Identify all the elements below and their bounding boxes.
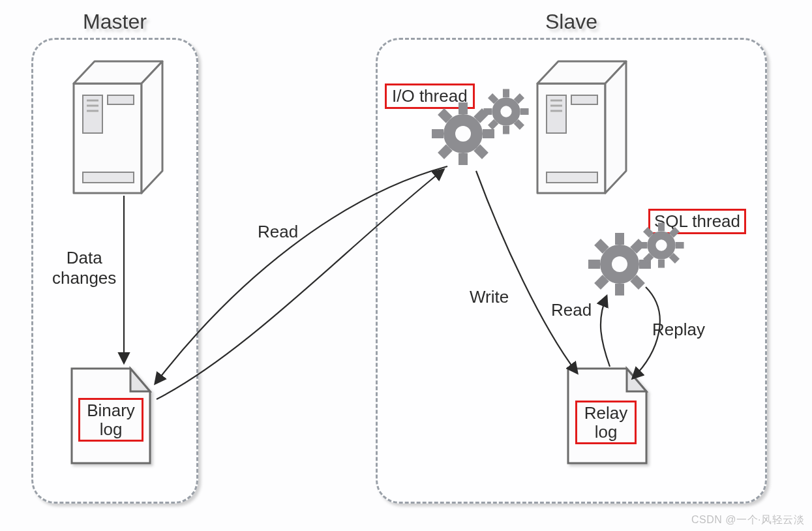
svg-rect-39 bbox=[615, 233, 624, 245]
svg-point-37 bbox=[500, 106, 511, 117]
master-title: Master bbox=[83, 10, 147, 34]
svg-rect-19 bbox=[459, 102, 468, 114]
io-gear-small-icon bbox=[483, 88, 530, 135]
svg-rect-30 bbox=[503, 126, 509, 134]
svg-point-47 bbox=[612, 256, 627, 272]
svg-rect-50 bbox=[658, 260, 665, 268]
svg-rect-49 bbox=[658, 222, 665, 231]
slave-server-icon bbox=[532, 57, 630, 194]
svg-point-57 bbox=[655, 239, 667, 250]
svg-rect-31 bbox=[520, 108, 529, 115]
svg-rect-8 bbox=[83, 172, 134, 183]
write-label: Write bbox=[470, 287, 509, 307]
svg-rect-20 bbox=[459, 153, 468, 165]
svg-rect-40 bbox=[615, 284, 624, 296]
watermark-text: CSDN @一个·风轻云淡 bbox=[691, 513, 804, 527]
svg-rect-17 bbox=[547, 172, 597, 183]
replay-label: Replay bbox=[652, 320, 705, 340]
svg-rect-7 bbox=[108, 95, 134, 104]
svg-rect-51 bbox=[676, 242, 684, 249]
svg-rect-52 bbox=[639, 242, 647, 249]
binary-log-label: Binary log bbox=[78, 398, 143, 442]
svg-rect-16 bbox=[571, 95, 597, 104]
read-relay-label: Read bbox=[551, 300, 592, 320]
svg-rect-42 bbox=[588, 260, 600, 269]
svg-marker-2 bbox=[142, 61, 162, 193]
diagram-stage: Master Slave bbox=[0, 0, 812, 531]
svg-point-27 bbox=[455, 126, 471, 142]
svg-marker-11 bbox=[605, 61, 626, 193]
read-across-label: Read bbox=[258, 222, 298, 242]
data-changes-label: Data changes bbox=[52, 248, 116, 288]
master-server-icon bbox=[68, 57, 166, 194]
svg-rect-32 bbox=[483, 108, 492, 115]
svg-rect-22 bbox=[432, 129, 444, 138]
svg-rect-29 bbox=[503, 89, 509, 97]
relay-log-label: Relay log bbox=[575, 401, 637, 444]
sql-gear-small-icon bbox=[638, 222, 685, 269]
slave-title: Slave bbox=[545, 10, 597, 34]
